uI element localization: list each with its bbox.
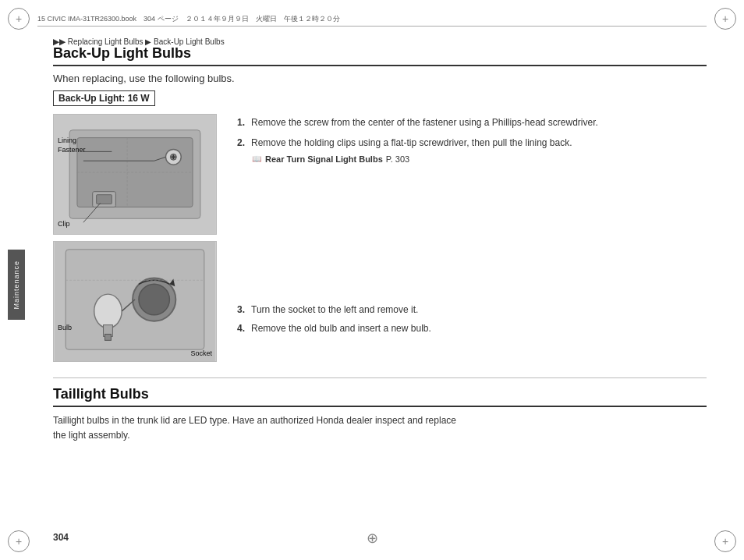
page-header: 15 CIVIC IMA-31TR26300.book 304 ページ ２０１４… xyxy=(37,14,707,27)
image-column: Lining Fastener Clip xyxy=(53,114,225,368)
center-bottom-mark: ⊕ xyxy=(364,530,380,546)
sidebar-label: Maintenance xyxy=(12,261,20,310)
step-4-text: Remove the old bulb and insert a new bul… xyxy=(251,323,431,334)
svg-point-18 xyxy=(139,284,169,314)
backup-section-title: Back-Up Light Bulbs xyxy=(53,45,707,66)
step-4-num: 4. xyxy=(237,321,245,335)
steps-list: 1. Remove the screw from the center of t… xyxy=(237,115,707,166)
svg-rect-8 xyxy=(97,195,112,204)
main-content: Back-Up Light Bulbs When replacing, use … xyxy=(53,45,707,529)
taillight-section-text: Taillight bulbs in the trunk lid are LED… xyxy=(53,413,459,443)
diagram-bulb: Bulb Socket xyxy=(53,241,217,362)
label-lining: Lining xyxy=(58,136,76,144)
step-2: 2. Remove the holding clips using a flat… xyxy=(237,136,707,166)
label-bulb: Bulb xyxy=(58,324,72,331)
step-1: 1. Remove the screw from the center of t… xyxy=(237,115,707,129)
ref-text: Rear Turn Signal Light Bulbs xyxy=(265,153,383,166)
taillight-section: Taillight Bulbs Taillight bulbs in the t… xyxy=(53,386,707,443)
step-2-num: 2. xyxy=(237,136,245,150)
svg-rect-21 xyxy=(105,334,112,340)
taillight-section-title: Taillight Bulbs xyxy=(53,386,707,407)
backup-two-col: Lining Fastener Clip xyxy=(53,114,707,368)
text-column: 1. Remove the screw from the center of t… xyxy=(237,114,707,368)
label-socket: Socket xyxy=(190,349,212,357)
ref-page: P. 303 xyxy=(386,153,409,166)
spec-badge: Back-Up Light: 16 W xyxy=(53,90,155,106)
step-3: 3. Turn the socket to the left and remov… xyxy=(237,303,707,317)
label-fastener: Fastener xyxy=(58,146,86,154)
page-number: 304 xyxy=(53,532,69,543)
ref-icon: 📖 xyxy=(251,154,262,165)
step-2-ref: 📖 Rear Turn Signal Light Bulbs P. 303 xyxy=(251,153,707,166)
corner-mark-bl xyxy=(8,530,30,552)
corner-mark-tr xyxy=(714,8,736,30)
section-separator xyxy=(53,377,707,378)
step-4: 4. Remove the old bulb and insert a new … xyxy=(237,321,707,335)
steps-list-lower: 3. Turn the socket to the left and remov… xyxy=(237,303,707,335)
step-3-text: Turn the socket to the left and remove i… xyxy=(251,304,418,315)
backup-section-subtitle: When replacing, use the following bulbs. xyxy=(53,73,707,84)
step-2-text: Remove the holding clips using a flat-ti… xyxy=(251,137,572,148)
step-3-num: 3. xyxy=(237,303,245,317)
svg-point-19 xyxy=(94,294,122,328)
step-1-text: Remove the screw from the center of the … xyxy=(251,117,598,128)
header-file-info: 15 CIVIC IMA-31TR26300.book 304 ページ ２０１４… xyxy=(37,14,340,24)
step-1-num: 1. xyxy=(237,115,245,129)
corner-mark-tl xyxy=(8,8,30,30)
label-clip: Clip xyxy=(58,220,70,228)
backup-section: Back-Up Light Bulbs When replacing, use … xyxy=(53,45,707,368)
corner-mark-br xyxy=(714,530,736,552)
diagram-lining: Lining Fastener Clip xyxy=(53,114,217,235)
steps-lower: 3. Turn the socket to the left and remov… xyxy=(237,303,707,335)
sidebar-maintenance: Maintenance xyxy=(8,250,25,320)
